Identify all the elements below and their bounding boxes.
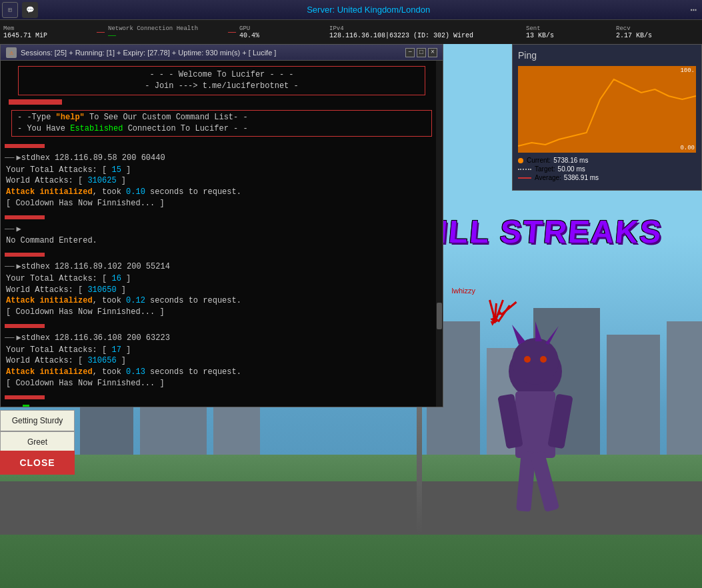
taskbar-more-icon[interactable]: ⋯: [690, 3, 697, 17]
terminal-scrollbar[interactable]: [436, 61, 443, 407]
sysmon-sent: Sent 13 KB/s: [526, 25, 606, 39]
terminal-maximize-btn[interactable]: □: [417, 48, 426, 57]
arrow-3: ▶: [16, 333, 21, 344]
red-mark-4: [5, 324, 45, 328]
svg-point-11: [540, 356, 547, 363]
ping-current-value: 5738.16 ms: [553, 157, 588, 164]
getting-sturdy-button[interactable]: Getting Sturdy: [0, 410, 75, 431]
ping-widget-title: Ping: [518, 50, 696, 61]
cmd-line-empty: —— ▶: [5, 224, 439, 235]
mem-label: Mem: [3, 25, 83, 32]
welcome-line1: - - - Welcome To Lucifer - - -: [25, 69, 418, 81]
help-word: "help": [56, 113, 85, 122]
terminal-icon: ⚠: [6, 47, 17, 58]
cmd-box: - -Type "help" To See Our Custom Command…: [11, 110, 432, 137]
red-mark-3: [5, 253, 45, 257]
ping-graph: 100. 0.00: [518, 66, 696, 153]
arrow-1: ▶: [16, 153, 21, 164]
svg-marker-7: [512, 325, 525, 345]
svg-rect-1: [515, 391, 555, 458]
current-prompt: ——: [5, 404, 14, 407]
terminal-content[interactable]: - - - Welcome To Lucifer - - - - Join --…: [1, 61, 443, 407]
no-cmd: No Command Entered.: [6, 235, 439, 247]
svg-marker-8: [535, 321, 542, 341]
ipv4-value: 128.116.36.108|63223 (ID: 302) Wired: [329, 32, 516, 39]
side-panel: Getting Sturdy Greet: [0, 410, 75, 453]
arrow-2: ▶: [16, 261, 21, 273]
established-word: Established: [70, 124, 123, 133]
player-label: lwhizzy: [452, 287, 475, 295]
ping-legend: Current: 5738.16 ms Target: 50.00 ms Ave…: [518, 157, 696, 181]
mem-value: 1645.71 MiP: [3, 32, 83, 39]
attacks-1: Your Total Attacks: [ 15 ]: [6, 165, 439, 176]
recv-value: 2.17 KB/s: [616, 32, 696, 39]
cooldown-1: [ Cooldown Has Now Finnished... ]: [6, 198, 439, 209]
network-label: Network Connection Health: [108, 25, 215, 32]
terminal-window: ⚠ Sessions: [25] + Running: [1] + Expiry…: [0, 44, 443, 407]
cmd-text-2: stdhex 128.116.89.102 200 55214: [21, 261, 170, 273]
prompt-arrow-3: ——: [5, 333, 14, 344]
cooldown-2: [ Cooldown Has Now Finnished... ]: [6, 307, 439, 318]
attacks-3: Your Total Attacks: [ 17 ]: [6, 345, 439, 356]
world-3: World Attacks: [ 310656 ]: [6, 355, 439, 367]
sent-value: 13 KB/s: [526, 32, 606, 39]
cmd-text-3: stdhex 128.116.36.108 200 63223: [21, 333, 170, 344]
world-1: World Attacks: [ 310625 ]: [6, 175, 439, 187]
prompt-arrow-2: ——: [5, 261, 14, 273]
init-1: Attack initialized, took 0.10 seconds to…: [6, 187, 439, 198]
ping-target-value: 50.00 ms: [558, 165, 585, 173]
cmd-line-2: —— ▶ stdhex 128.116.89.102 200 55214: [5, 261, 439, 273]
ping-current: Current: 5738.16 ms: [518, 157, 696, 164]
ping-target: Target: 50.00 ms: [518, 165, 696, 173]
taskbar-window-icon[interactable]: ⊞: [2, 2, 18, 18]
red-mark-top: [9, 99, 62, 105]
sysmon-network: Network Connection Health ——: [108, 25, 215, 39]
current-input-line: —— ▶: [5, 404, 439, 407]
ping-average-value: 5386.91 ms: [564, 174, 599, 181]
attacks-2: Your Total Attacks: [ 16 ]: [6, 273, 439, 285]
game-character: [469, 318, 602, 535]
sysmon-bar: Mem 1645.71 MiP —— Network Connection He…: [0, 20, 702, 44]
welcome-line2: - Join ---> t.me/luciferbotnet -: [25, 81, 418, 92]
svg-marker-9: [545, 326, 559, 345]
terminal-minimize-btn[interactable]: −: [405, 48, 415, 57]
gpu-value: 40.4%: [239, 32, 319, 39]
ping-average-line: [518, 177, 531, 179]
recv-label: Recv: [616, 25, 696, 32]
ping-average: Average: 5386.91 ms: [518, 174, 696, 181]
red-mark-5: [5, 395, 45, 399]
init-2: Attack initialized, took 0.12 seconds to…: [6, 295, 439, 307]
sysmon-gpu: GPU 40.4%: [239, 25, 319, 39]
cooldown-3: [ Cooldown Has Now Finnished... ]: [6, 378, 439, 389]
ipv4-label: IPv4: [329, 25, 516, 32]
ping-target-dash: [518, 169, 531, 170]
terminal-titlebar: ⚠ Sessions: [25] + Running: [1] + Expiry…: [1, 45, 443, 61]
cmd-line-3: —— ▶ stdhex 128.116.36.108 200 63223: [5, 333, 439, 344]
terminal-close-btn[interactable]: ×: [428, 48, 437, 57]
network-value: ——: [108, 32, 215, 39]
ping-scale-top: 100.: [680, 67, 695, 74]
cmd-line1: - -Type "help" To See Our Custom Command…: [17, 112, 426, 123]
cmd-text-1: stdhex 128.116.89.58 200 60440: [21, 153, 165, 164]
red-mark-2: [5, 215, 45, 219]
sent-label: Sent: [526, 25, 606, 32]
taskbar-chat-icon[interactable]: 💬: [22, 2, 38, 18]
greet-button[interactable]: Greet: [0, 431, 75, 453]
arrow-empty: ▶: [16, 224, 21, 235]
prompt-empty: ——: [5, 224, 14, 235]
sysmon-ipv4: IPv4 128.116.36.108|63223 (ID: 302) Wire…: [329, 25, 516, 39]
cmd-line-1: —— ▶ stdhex 128.116.89.58 200 60440: [5, 153, 439, 164]
ping-current-label: Current:: [527, 157, 551, 164]
ping-scale-bottom: 0.00: [680, 145, 695, 151]
init-3: Attack initialized, took 0.13 seconds to…: [6, 367, 439, 378]
close-button[interactable]: CLOSE: [0, 451, 75, 475]
prompt-arrow-1: ——: [5, 153, 14, 164]
sysmon-div1: ——: [97, 29, 105, 36]
svg-rect-5: [530, 451, 560, 513]
red-mark-1: [5, 144, 45, 148]
taskbar: ⊞ 💬 Server: United Kingdom/London ⋯: [0, 0, 702, 20]
ping-target-label: Target:: [535, 165, 555, 173]
ping-average-label: Average:: [535, 174, 561, 181]
ping-current-dot: [518, 158, 523, 163]
kill-streaks-label: KILL STREAKS: [412, 213, 663, 250]
